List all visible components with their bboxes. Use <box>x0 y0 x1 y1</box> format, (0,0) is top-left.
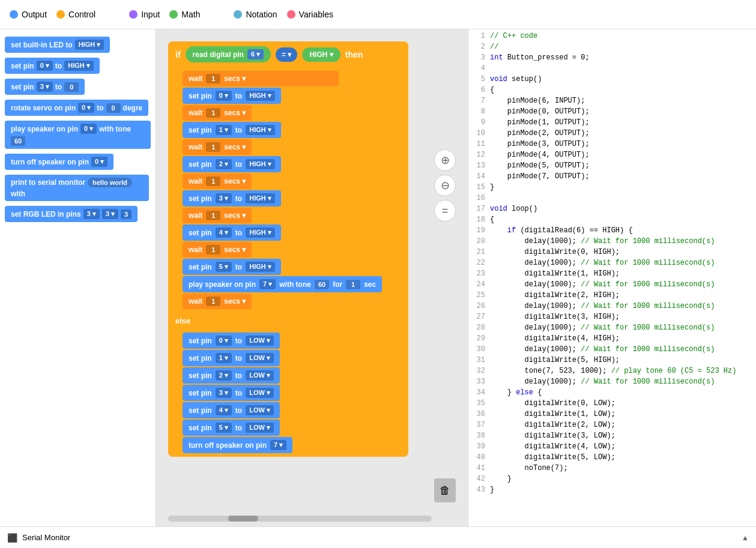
set-pin-3-then[interactable]: set pin 3 ▾ to HIGH ▾ <box>183 190 281 206</box>
line-content <box>490 64 756 75</box>
category-control[interactable]: Control <box>56 7 95 22</box>
wait-label-2: wait <box>189 109 202 117</box>
set-pin-2-else[interactable]: set pin 2 ▾ to LOW ▾ <box>183 367 280 384</box>
turn-off-speaker-block[interactable]: turn off speaker on pin 0 ▾ <box>5 154 113 170</box>
set-pin-5-else[interactable]: set pin 5 ▾ to LOW ▾ <box>183 420 280 436</box>
line-number: 10 <box>468 129 490 140</box>
set-pin-2-then[interactable]: set pin 2 ▾ to HIGH ▾ <box>183 156 281 172</box>
category-notation[interactable]: Notation <box>234 7 277 22</box>
set-pin-0-else[interactable]: set pin 0 ▾ to LOW ▾ <box>183 333 280 349</box>
line-number: 36 <box>468 410 490 421</box>
wait-3-block[interactable]: wait 1 secs ▾ <box>183 139 252 155</box>
category-input[interactable]: Input <box>129 7 160 22</box>
code-line-30: 30 delay(1000); // Wait for 1000 millise… <box>468 345 756 356</box>
zoom-out-button[interactable]: ⊖ <box>434 175 456 196</box>
code-line-17: 17void loop() <box>468 205 756 215</box>
line-content: } else { <box>490 388 756 399</box>
code-line-33: 33 delay(1000); // Wait for 1000 millise… <box>468 378 756 388</box>
canvas-content: if read digital pin 6 ▾ = ▾ HIGH ▾ then <box>156 29 468 469</box>
rgb-p3-dropdown[interactable]: 3 <box>121 209 132 219</box>
zoom-reset-button[interactable]: = <box>434 200 456 221</box>
set-pin-5-then[interactable]: set pin 5 ▾ to HIGH ▾ <box>183 259 281 275</box>
line-content: digitalWrite(4, HIGH); <box>490 334 756 345</box>
serial-value[interactable]: hello world <box>88 178 132 187</box>
with-tone-label: with tone <box>99 125 131 133</box>
line-content: pinMode(7, OUTPUT); <box>490 172 756 183</box>
wait-value-1[interactable]: 1 <box>206 74 220 83</box>
wait-5-block[interactable]: wait 1 secs ▾ <box>183 208 252 223</box>
read-pin-dropdown[interactable]: 6 ▾ <box>247 49 264 59</box>
pin-0-dropdown[interactable]: 0 ▾ <box>37 61 53 71</box>
wait-2-block[interactable]: wait 1 secs ▾ <box>183 105 252 121</box>
pin-0-value-dropdown[interactable]: HIGH ▾ <box>64 61 94 71</box>
code-line-41: 41 noTone(7); <box>468 464 756 475</box>
category-output[interactable]: Output <box>10 7 47 22</box>
line-content: delay(1000); // Wait for 1000 millisecon… <box>490 237 756 248</box>
set-pin-4-then[interactable]: set pin 4 ▾ to HIGH ▾ <box>183 224 281 241</box>
sp0-val[interactable]: HIGH ▾ <box>246 91 275 101</box>
speaker-pin-dropdown[interactable]: 0 ▾ <box>80 124 97 134</box>
horizontal-scrollbar[interactable] <box>168 516 432 522</box>
rotate-servo-block[interactable]: rotate servo on pin 0 ▾ to 0 degre <box>5 100 148 116</box>
turn-off-speaker-else[interactable]: turn off speaker on pin 7 ▾ <box>183 437 292 453</box>
set-pin-3-else[interactable]: set pin 3 ▾ to LOW ▾ <box>183 385 280 401</box>
zoom-in-button[interactable]: ⊕ <box>434 149 456 171</box>
code-line-31: 31 digitalWrite(5, HIGH); <box>468 356 756 367</box>
wait-7-block[interactable]: wait 1 secs ▾ <box>183 294 252 309</box>
if-header: if read digital pin 6 ▾ = ▾ HIGH ▾ then <box>168 41 408 67</box>
category-variables[interactable]: Variables <box>287 7 333 22</box>
read-digital-block[interactable]: read digital pin 6 ▾ <box>186 46 271 62</box>
play-speaker-block[interactable]: play speaker on pin 0 ▾ with tone 60 <box>5 121 151 149</box>
scrollbar-thumb[interactable] <box>228 516 258 522</box>
sidebar: set built-in LED to HIGH ▾ set pin 0 ▾ t… <box>0 29 156 526</box>
set-builtin-label: set built-in LED to <box>11 41 73 49</box>
wait-6-block[interactable]: wait 1 secs ▾ <box>183 242 252 257</box>
set-pin-1-then[interactable]: set pin 1 ▾ to HIGH ▾ <box>183 122 281 138</box>
line-number: 41 <box>468 464 490 475</box>
serial-monitor-icon: ⬛ <box>7 533 17 543</box>
set-pin-0-block[interactable]: set pin 0 ▾ to HIGH ▾ <box>5 58 100 74</box>
print-serial-block[interactable]: print to serial monitor hello world with <box>5 175 149 201</box>
input-dot <box>129 10 138 19</box>
line-number: 8 <box>468 107 490 118</box>
line-content: digitalWrite(1, HIGH); <box>490 269 756 280</box>
code-line-20: 20 delay(1000); // Wait for 1000 millise… <box>468 237 756 248</box>
pin-3-value[interactable]: 0 <box>64 82 79 92</box>
degrees-label: degre <box>123 104 143 112</box>
pin-3-dropdown[interactable]: 3 ▾ <box>37 82 53 92</box>
code-line-38: 38 digitalWrite(3, LOW); <box>468 432 756 442</box>
rotate-servo-label: rotate servo on pin <box>11 104 76 112</box>
serial-monitor-bar[interactable]: ⬛ Serial Monitor ▲ <box>0 526 756 548</box>
set-pin-1-else[interactable]: set pin 1 ▾ to LOW ▾ <box>183 350 280 366</box>
servo-degrees-value[interactable]: 0 <box>106 103 121 113</box>
rgb-p1-dropdown[interactable]: 3 ▾ <box>83 209 100 219</box>
trash-button[interactable]: 🗑 <box>434 478 456 502</box>
line-number: 33 <box>468 378 490 388</box>
servo-pin-dropdown[interactable]: 0 ▾ <box>78 103 94 113</box>
trash-icon: 🗑 <box>440 484 450 497</box>
off-speaker-pin-dropdown[interactable]: 0 ▾ <box>91 157 107 167</box>
high-block[interactable]: HIGH ▾ <box>302 47 340 62</box>
set-pin-3-block[interactable]: set pin 3 ▾ to 0 <box>5 79 85 95</box>
line-number: 29 <box>468 334 490 345</box>
set-pin-4-else[interactable]: set pin 4 ▾ to LOW ▾ <box>183 402 280 418</box>
play-speaker-7-block[interactable]: play speaker on pin 7 ▾ with tone 60 for… <box>183 276 382 292</box>
equals-block[interactable]: = ▾ <box>276 47 297 62</box>
play-speaker-label: play speaker on pin <box>11 125 78 133</box>
rgb-p2-dropdown[interactable]: 3 ▾ <box>102 209 118 219</box>
led-dropdown[interactable]: HIGH ▾ <box>75 40 104 50</box>
speaker-tone-value[interactable]: 60 <box>11 136 25 146</box>
set-builtin-led-block[interactable]: set built-in LED to HIGH ▾ <box>5 37 110 53</box>
line-number: 1 <box>468 32 490 43</box>
zoom-controls: ⊕ ⊖ = <box>434 149 456 221</box>
code-line-18: 18{ <box>468 215 756 226</box>
wait-1-block[interactable]: wait 1 secs ▾ <box>183 71 339 86</box>
category-math[interactable]: Math <box>169 7 200 22</box>
set-rgb-block[interactable]: set RGB LED in pins 3 ▾ 3 ▾ 3 <box>5 206 138 222</box>
sp0-dropdown[interactable]: 0 ▾ <box>216 91 232 101</box>
code-line-12: 12 pinMode(4, OUTPUT); <box>468 151 756 161</box>
wait-value-2[interactable]: 1 <box>206 108 220 118</box>
wait-4-block[interactable]: wait 1 secs ▾ <box>183 173 252 189</box>
set-pin-0-then[interactable]: set pin 0 ▾ to HIGH ▾ <box>183 88 281 104</box>
control-label: Control <box>68 10 95 19</box>
